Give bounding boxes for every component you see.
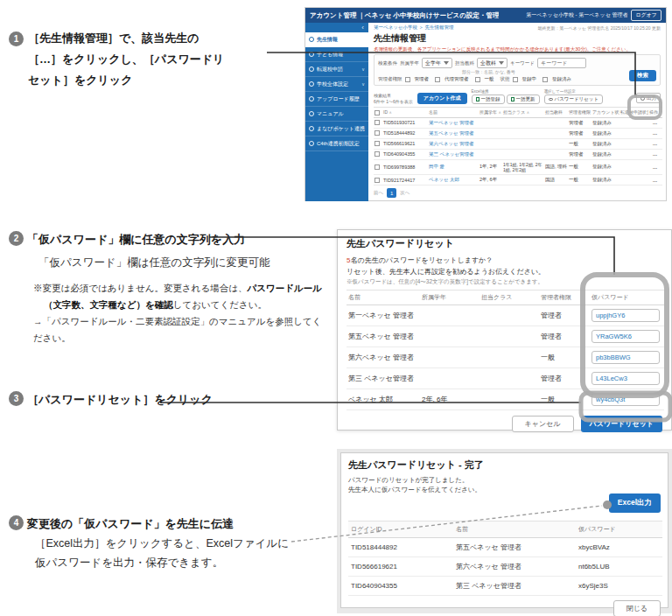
- sort-icon: ∧: [527, 110, 529, 115]
- cell-grade: 2年, 6年: [420, 389, 480, 410]
- step-4-title: 変更後の「仮パスワード」を先生に伝達: [27, 514, 307, 535]
- link-icon: [309, 126, 314, 131]
- grade-select[interactable]: 全学年: [422, 58, 452, 68]
- subject-select[interactable]: 全教科: [477, 58, 508, 68]
- row-checkbox[interactable]: [374, 120, 380, 125]
- step-2-note-reference: →「パスワードルール・二要素認証設定」のマニュアルを参照してください。: [33, 316, 321, 343]
- checkbox-admin[interactable]: [405, 77, 410, 82]
- chevron-down-icon: ∨: [361, 66, 365, 72]
- book-icon: [309, 111, 314, 116]
- complete-message: パスワードのリセットが完了しました。: [348, 476, 661, 485]
- column-header-grade[interactable]: 所属学年 ∧: [479, 108, 502, 118]
- table-row: TID518444892 第五ベネッセ 管理者 管理者 登録済み …: [374, 128, 662, 138]
- pagination-prev[interactable]: 前へ: [374, 190, 383, 196]
- row-menu-button[interactable]: …: [648, 128, 662, 138]
- dialog-title: 先生パスワードリセット - 完了: [348, 458, 661, 472]
- cell-grade: [420, 368, 480, 389]
- cell-class: [502, 138, 544, 149]
- column-header-class[interactable]: 担当クラス ∧: [502, 108, 544, 118]
- row-checkbox[interactable]: [374, 151, 380, 157]
- table-row: TID640904355 第三 ベネッセ管理者 管理者 登録済み …: [374, 149, 662, 159]
- row-checkbox[interactable]: [374, 130, 380, 136]
- teacher-name-link[interactable]: 田中 愛: [428, 159, 479, 175]
- sidebar-collapse-icon[interactable]: ‹: [305, 23, 368, 32]
- row-menu-button[interactable]: …: [648, 138, 662, 149]
- temp-password-input[interactable]: [592, 330, 660, 343]
- cancel-button[interactable]: キャンセル: [512, 416, 574, 432]
- close-button[interactable]: 閉じる: [613, 600, 661, 616]
- logoff-button[interactable]: ログオフ: [631, 10, 662, 21]
- dialog-note: ※仮パスワードは、任意の[4〜32文字の英数字]で設定することができます。: [346, 278, 662, 286]
- row-menu-button[interactable]: …: [648, 149, 662, 159]
- cell-id: TID921724417: [382, 175, 428, 186]
- table-toolbar: 検索結果 6件中 1〜6件を表示 アカウント作成 Excel連携 一括登録 一括…: [374, 88, 661, 104]
- person-icon: [309, 37, 314, 42]
- pagination-page-1[interactable]: 1: [387, 188, 396, 198]
- pagination-next[interactable]: 次へ: [400, 190, 410, 196]
- checkbox-deputy-admin[interactable]: [435, 77, 440, 82]
- sidebar-item-c4th-link[interactable]: C4th連携初期設定: [305, 136, 368, 151]
- row-menu-button[interactable]: …: [648, 175, 662, 186]
- sidebar-item-upload-history[interactable]: アップロード履歴: [305, 92, 368, 107]
- column-header-name: 名前: [346, 290, 420, 305]
- select-all-checkbox[interactable]: [374, 110, 380, 116]
- cell-subject: 国語: [544, 175, 568, 186]
- reset-target-table: 名前 所属学年 担当クラス 管理者権限 仮パスワード 第一ベネッセ 管理者 管理…: [346, 290, 664, 410]
- excel-link-label: Excel連携: [472, 89, 540, 94]
- sidebar-item-label: 転退校申請: [317, 66, 343, 74]
- chevron-down-icon: [499, 61, 504, 65]
- row-checkbox[interactable]: [374, 178, 380, 183]
- sidebar-item-label: マニュアル: [317, 110, 344, 118]
- excel-export-button[interactable]: Excel出力: [609, 494, 661, 513]
- cell-class: [502, 175, 544, 186]
- cell-class: [502, 149, 544, 159]
- cell-transfer: [620, 138, 648, 149]
- teacher-name-link[interactable]: 第六ベネッセ 管理者: [428, 138, 479, 149]
- column-header-id[interactable]: ID ∧: [382, 108, 428, 118]
- screenshot-teacher-list: アカウント管理 ｜ベネッセ 小中学校向けサービスの設定・管理 第一ベネッセ小学校…: [304, 7, 667, 201]
- row-menu-button[interactable]: …: [648, 117, 662, 128]
- cell-id: TID566619621: [382, 138, 428, 149]
- sidebar-item-child-info[interactable]: 子ども情報: [305, 47, 368, 62]
- export-button[interactable]: 出力: [636, 93, 661, 103]
- checkbox-label: 管理者: [415, 76, 430, 82]
- create-account-button[interactable]: アカウント作成: [417, 93, 467, 104]
- keyword-input[interactable]: [537, 58, 586, 68]
- sidebar-item-school-settings[interactable]: 学校全体設定 ∨: [305, 77, 368, 92]
- teacher-name-link[interactable]: 第五ベネッセ 管理者: [428, 128, 479, 138]
- table-header-row: ログインID 名前 仮パスワード: [348, 522, 662, 538]
- checkbox-registered[interactable]: [542, 77, 548, 82]
- temp-password-input[interactable]: [592, 351, 660, 364]
- password-reset-toolbar-button[interactable]: パスワードリセット: [544, 94, 604, 104]
- bulk-select-label: 選択して一括設定: [544, 89, 604, 94]
- sidebar-item-transfer-request[interactable]: 転退校申請 ∨: [305, 62, 368, 77]
- row-checkbox[interactable]: [374, 164, 380, 170]
- temp-password-input[interactable]: [592, 372, 660, 385]
- header-user-label: 第一ベネッセ小学校 - 第一ベネッセ 管理者: [526, 11, 627, 19]
- sidebar-item-label: C4th連携初期設定: [317, 140, 360, 148]
- checkbox-label: 代理管理者: [444, 76, 469, 82]
- teacher-name-link[interactable]: ベネッセ 太郎: [428, 175, 479, 186]
- sidebar-item-manual[interactable]: マニュアル: [305, 107, 368, 122]
- password-reset-submit-button[interactable]: パスワードリセット: [581, 416, 663, 432]
- teacher-name-link[interactable]: 第三 ベネッセ管理者: [428, 149, 479, 159]
- cell-id: TID699789388: [382, 159, 428, 175]
- temp-password-input[interactable]: [592, 393, 660, 406]
- teacher-name-link[interactable]: 第一ベネッセ 管理者: [428, 117, 479, 128]
- checkbox-general[interactable]: [475, 77, 480, 82]
- temp-password-input[interactable]: [592, 309, 660, 322]
- checkbox-registering[interactable]: [513, 77, 518, 82]
- sidebar-item-teacher-info[interactable]: 先生情報: [305, 32, 368, 47]
- sidebar-item-manabi-pocket[interactable]: まなびポケット連携: [305, 122, 368, 136]
- cell-class: [480, 326, 539, 347]
- row-checkbox[interactable]: [374, 141, 380, 146]
- page-title: 先生情報管理: [374, 32, 661, 45]
- bulk-register-button[interactable]: 一括登録: [472, 94, 505, 104]
- search-button[interactable]: 検索: [629, 70, 656, 81]
- bulk-update-button[interactable]: 一括更新: [507, 94, 540, 104]
- table-row: TID501930721 第一ベネッセ 管理者 管理者 登録済み …: [374, 117, 662, 128]
- grade-select-value: 全学年: [425, 60, 441, 67]
- cell-class: 1年1組, 1年2組, 2年1組, 2年2組: [502, 159, 544, 175]
- excel-file-icon: [511, 97, 514, 102]
- row-menu-button[interactable]: …: [648, 159, 662, 175]
